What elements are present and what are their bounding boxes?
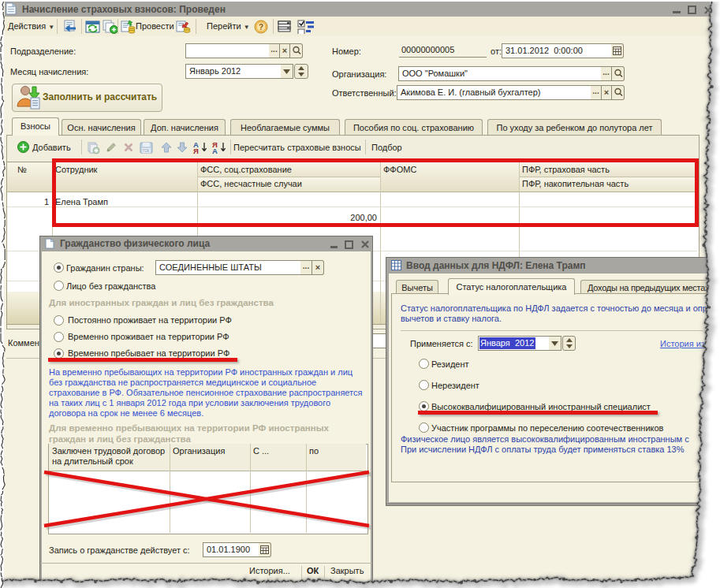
svg-text:ГОК: ГОК bbox=[143, 149, 150, 153]
svg-text:А: А bbox=[212, 147, 218, 154]
svg-text:?: ? bbox=[259, 23, 263, 32]
svg-text:Я: Я bbox=[193, 147, 199, 154]
